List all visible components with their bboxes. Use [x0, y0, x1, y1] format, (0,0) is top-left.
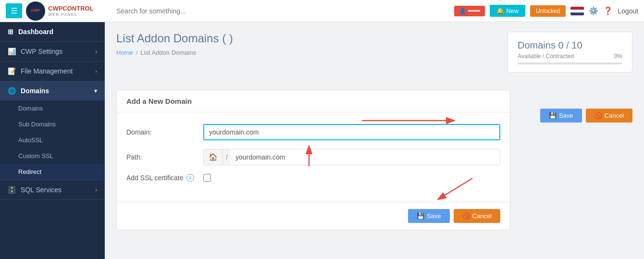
domain-stats-sub: Available / Contracted 0%: [518, 53, 622, 60]
sidebar-item-file-management[interactable]: 📝 File Management ›: [0, 62, 105, 81]
database-icon: 🗄️: [8, 186, 16, 194]
path-group: 🏠 /: [203, 149, 500, 165]
ssl-info-icon[interactable]: i: [186, 174, 194, 182]
path-home-icon: 🏠: [204, 149, 223, 165]
breadcrumb-separator: /: [136, 49, 138, 56]
top-cancel-button[interactable]: 🚫 Cancel: [586, 109, 632, 123]
path-form-row: Path: 🏠 /: [126, 149, 500, 165]
domain-form-row: Domain:: [126, 124, 500, 140]
ssl-label: Add SSL certificate i: [126, 174, 203, 182]
domain-label: Domain:: [126, 128, 203, 136]
form-body: Domain: Path: 🏠 / Add SSL certificate: [117, 112, 510, 202]
logo-sub: WEB PANEL: [48, 12, 94, 17]
main-layout: ⊞ Dashboard 📊 CWP Settings › 📝 File Mana…: [0, 22, 644, 259]
sidebar-section-cwp: 📊 CWP Settings ›: [0, 42, 105, 62]
breadcrumb-home-link[interactable]: Home: [116, 49, 133, 56]
form-footer: 💾 Save 🚫 Cancel: [117, 202, 510, 230]
sidebar-item-domains[interactable]: 🌐 Domains ▾: [0, 81, 105, 100]
cancel-icon-top: 🚫: [594, 112, 602, 119]
domain-input[interactable]: [203, 124, 500, 140]
save-icon-top: 💾: [549, 112, 557, 119]
logo-area: CWP CWPCONTROL WEB PANEL: [26, 1, 94, 21]
sidebar: ⊞ Dashboard 📊 CWP Settings › 📝 File Mana…: [0, 22, 105, 259]
sidebar-section-dashboard: ⊞ Dashboard: [0, 22, 105, 42]
globe-icon: 🌐: [8, 87, 16, 95]
ssl-checkbox[interactable]: [203, 174, 211, 182]
form-section-title: Add a New Domain: [126, 97, 192, 105]
logo-text: CWPCONTROL: [48, 5, 94, 12]
logout-button[interactable]: Logout: [618, 7, 638, 15]
save-icon-bottom: 💾: [417, 212, 424, 220]
user-button[interactable]: 👤 ••••••: [454, 6, 485, 16]
progress-bar-container: [518, 62, 622, 64]
search-input[interactable]: [111, 4, 454, 18]
unlocked-button[interactable]: Unlocked: [530, 5, 566, 17]
chevron-down-icon: ▾: [94, 88, 97, 94]
ssl-form-row: Add SSL certificate i: [126, 174, 500, 182]
sidebar-section-domains: 🌐 Domains ▾ Domains Sub Domains AutoSSL …: [0, 81, 105, 180]
new-button[interactable]: 🔔 New: [490, 5, 525, 17]
path-separator: /: [223, 150, 231, 164]
sidebar-subitem-autossl[interactable]: AutoSSL: [0, 132, 105, 148]
chevron-right-icon-3: ›: [95, 187, 97, 193]
sidebar-section-files: 📝 File Management ›: [0, 62, 105, 81]
hamburger-button[interactable]: ☰: [6, 3, 22, 18]
language-flag[interactable]: [570, 7, 584, 15]
sidebar-subitem-customssl[interactable]: Custom SSL: [0, 148, 105, 164]
bell-icon: 🔔: [496, 7, 504, 14]
sidebar-item-cwp-settings[interactable]: 📊 CWP Settings ›: [0, 42, 105, 61]
bar-chart-icon: 📊: [8, 48, 16, 55]
form-card-header: Add a New Domain: [117, 90, 510, 112]
domain-stats-panel: Domains 0 / 10 Available / Contracted 0%: [508, 32, 632, 73]
help-button[interactable]: ❓: [603, 6, 613, 15]
breadcrumb-current: List Addon Domains: [140, 49, 196, 56]
sidebar-subitem-domains[interactable]: Domains: [0, 100, 105, 116]
user-icon: 👤: [459, 8, 466, 14]
content-area: List Addon Domains ( ) Home / List Addon…: [105, 22, 644, 259]
path-input[interactable]: [231, 150, 500, 164]
sidebar-item-sql-services[interactable]: 🗄️ SQL Services ›: [0, 180, 105, 199]
user-label: ••••••: [468, 8, 480, 14]
domain-stats-label: Available / Contracted: [518, 53, 574, 60]
sidebar-section-sql: 🗄️ SQL Services ›: [0, 180, 105, 200]
sidebar-item-dashboard[interactable]: ⊞ Dashboard: [0, 22, 105, 41]
bottom-cancel-button[interactable]: 🚫 Cancel: [454, 209, 500, 223]
dashboard-icon: ⊞: [8, 28, 13, 36]
path-label: Path:: [126, 153, 203, 161]
add-domain-form-card: Add a New Domain Domain: Path: 🏠 /: [116, 90, 510, 230]
header-left: ☰ CWP CWPCONTROL WEB PANEL: [6, 1, 111, 21]
domain-stats-percent: 0%: [614, 53, 622, 60]
top-form-actions: 💾 Save 🚫 Cancel: [540, 109, 632, 123]
domain-stats-title: Domains 0 / 10: [518, 40, 622, 51]
chevron-right-icon: ›: [95, 49, 97, 54]
cancel-icon-bottom: 🚫: [462, 212, 470, 220]
sidebar-subitem-subdomains[interactable]: Sub Domains: [0, 116, 105, 132]
gear-button[interactable]: ⚙️: [589, 6, 598, 15]
file-icon: 📝: [8, 67, 16, 75]
top-header: ☰ CWP CWPCONTROL WEB PANEL 👤 •••••• 🔔 Ne…: [0, 0, 644, 22]
chevron-right-icon-2: ›: [95, 68, 97, 74]
top-save-button[interactable]: 💾 Save: [540, 109, 582, 123]
sidebar-subitem-redirect[interactable]: Redirect: [0, 164, 105, 180]
logo-icon: CWP: [26, 1, 45, 21]
header-right: 👤 •••••• 🔔 New Unlocked ⚙️ ❓ Logout: [454, 5, 638, 17]
bottom-save-button[interactable]: 💾 Save: [408, 209, 450, 223]
